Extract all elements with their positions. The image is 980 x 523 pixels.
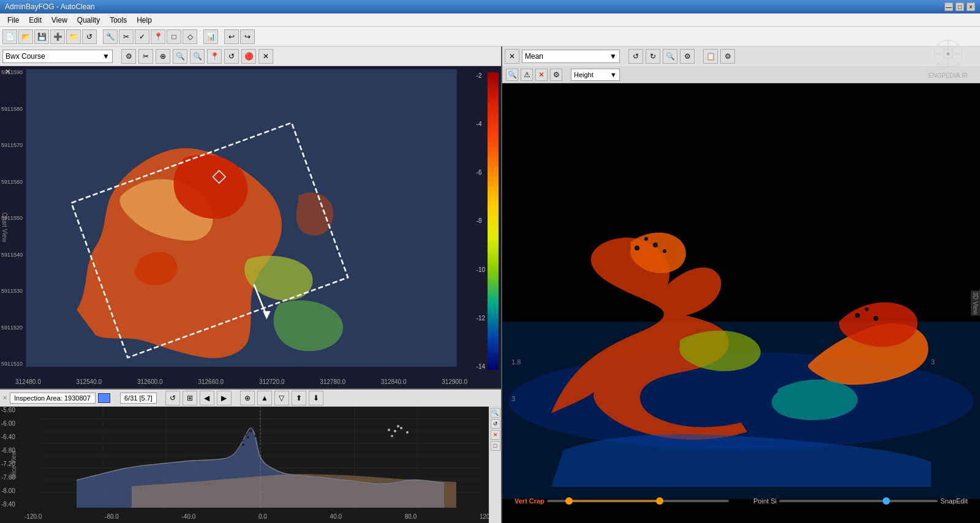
slice-btn-1[interactable]: ↺ bbox=[165, 391, 180, 405]
close-button[interactable]: × bbox=[967, 2, 975, 11]
rst-btn-2[interactable]: ⚠ bbox=[521, 69, 533, 81]
point-size-slider[interactable]: Point Si SnapEdit bbox=[753, 497, 968, 505]
left-tool6[interactable]: 📍 bbox=[207, 49, 222, 64]
colorscale-title: Mean bbox=[501, 221, 502, 236]
menu-tools[interactable]: Tools bbox=[105, 15, 132, 26]
map-view[interactable]: Chart View bbox=[0, 66, 501, 388]
height-dropdown[interactable]: Height ▼ bbox=[571, 69, 620, 81]
slice-btn-2[interactable]: ⊞ bbox=[183, 391, 197, 405]
title-bar: AdminBayFOG - AutoClean — □ × bbox=[0, 0, 980, 13]
rt-btn-6[interactable]: ⚙ bbox=[720, 49, 735, 64]
sx-4: 40.0 bbox=[330, 513, 342, 520]
left-tool8[interactable]: 🔴 bbox=[241, 49, 256, 64]
svg-point-52 bbox=[873, 316, 878, 321]
save-button[interactable]: 💾 bbox=[34, 29, 49, 44]
rt-btn-1[interactable]: ↺ bbox=[628, 49, 643, 64]
rst-btn-1[interactable]: 🔍 bbox=[506, 69, 518, 81]
slice-btn-5[interactable]: ⊕ bbox=[240, 391, 255, 405]
cs-label-0: -2 bbox=[477, 72, 485, 79]
slice-btn-9[interactable]: ⬇ bbox=[309, 391, 323, 405]
map-canvas[interactable] bbox=[15, 69, 467, 367]
menu-edit[interactable]: Edit bbox=[24, 15, 47, 26]
svg-text:3: 3 bbox=[511, 395, 515, 402]
slice-x-axis: -120.0 -80.0 -40.0 0.0 40.0 80.0 120.0 bbox=[24, 513, 495, 520]
rst-btn-3[interactable]: ✕ bbox=[535, 69, 548, 81]
x-label-6: 312840.0 bbox=[381, 378, 407, 385]
maximize-button[interactable]: □ bbox=[956, 2, 964, 11]
slice-svg bbox=[26, 407, 495, 508]
mean-dropdown[interactable]: Mean ▼ bbox=[522, 50, 620, 63]
slice-rt-3[interactable]: ✕ bbox=[491, 430, 500, 440]
right-panel: ✕ Mean ▼ ↺ ↻ 🔍 ⚙ 📋 ⚙ bbox=[502, 47, 980, 523]
point-size-track[interactable] bbox=[779, 500, 938, 502]
rt-close[interactable]: ✕ bbox=[505, 49, 519, 64]
tool1-button[interactable]: 🔧 bbox=[103, 29, 118, 44]
tool2-button[interactable]: ✂ bbox=[119, 29, 134, 44]
slice-btn-7[interactable]: ▽ bbox=[274, 391, 289, 405]
height-value: Height bbox=[574, 71, 594, 78]
point-size-label: Point Si bbox=[753, 497, 777, 505]
undo-button[interactable]: ↩ bbox=[224, 29, 239, 44]
svg-point-48 bbox=[653, 243, 658, 247]
tool5-button[interactable]: □ bbox=[167, 29, 181, 44]
sx-5: 80.0 bbox=[405, 513, 417, 520]
cs-label-4: -10 bbox=[477, 266, 485, 273]
snap-edit-label[interactable]: SnapEdit bbox=[940, 497, 968, 505]
slice-color-indicator bbox=[98, 393, 110, 403]
rt-btn-2[interactable]: ↻ bbox=[646, 49, 660, 64]
chart-button[interactable]: 📊 bbox=[203, 29, 218, 44]
window-controls[interactable]: — □ × bbox=[944, 2, 975, 11]
slice-rt-1[interactable]: 🔍 bbox=[491, 408, 500, 418]
slice-btn-6[interactable]: ▲ bbox=[257, 391, 272, 405]
add-button[interactable]: ➕ bbox=[50, 29, 65, 44]
folder-button[interactable]: 📁 bbox=[66, 29, 81, 44]
svg-point-30 bbox=[391, 435, 393, 437]
tool6-button[interactable]: ◇ bbox=[183, 29, 197, 44]
x-label-1: 312540.0 bbox=[76, 378, 102, 385]
slice-btn-3[interactable]: ◀ bbox=[200, 391, 214, 405]
rt-btn-3[interactable]: 🔍 bbox=[663, 49, 677, 64]
course-dropdown-arrow: ▼ bbox=[102, 52, 110, 61]
slice-rt-4[interactable]: □ bbox=[491, 441, 500, 451]
left-tool2[interactable]: ✂ bbox=[138, 49, 153, 64]
rt-btn-4[interactable]: ⚙ bbox=[680, 49, 695, 64]
slice-chart[interactable]: -5.60 -6.00 -6.40 -6.80 -7.20 -7.60 -8.0… bbox=[0, 407, 501, 523]
app-title: AdminBayFOG - AutoClean bbox=[5, 2, 95, 11]
rst-btn-4[interactable]: ⚙ bbox=[550, 69, 562, 81]
colorscale-labels: -2 -4 -6 -8 -10 -12 -14 bbox=[477, 72, 485, 370]
tool4-button[interactable]: 📍 bbox=[151, 29, 165, 44]
menu-file[interactable]: File bbox=[2, 15, 24, 26]
svg-line-42 bbox=[938, 58, 945, 64]
svg-point-22 bbox=[250, 430, 252, 432]
new-button[interactable]: 📄 bbox=[2, 29, 17, 44]
vert-crop-track[interactable] bbox=[547, 500, 729, 502]
3d-view[interactable]: 1.8 3 3 3D View Vert Crap bbox=[502, 83, 980, 523]
rt-btn-5[interactable]: 📋 bbox=[703, 49, 718, 64]
course-dropdown[interactable]: Bwx Course ▼ bbox=[2, 50, 113, 63]
vert-crop-slider[interactable]: Vert Crap bbox=[514, 497, 729, 505]
menu-help[interactable]: Help bbox=[132, 15, 157, 26]
menu-bar: File Edit View Quality Tools Help bbox=[0, 13, 980, 27]
left-tool7[interactable]: ↺ bbox=[224, 49, 239, 64]
slice-view-close[interactable]: ✕ bbox=[2, 394, 7, 401]
menu-view[interactable]: View bbox=[47, 15, 72, 26]
slice-rt-2[interactable]: ↺ bbox=[491, 419, 500, 429]
map-close-button[interactable]: ✕ bbox=[5, 67, 11, 76]
left-tool5[interactable]: 🔍 bbox=[190, 49, 205, 64]
vert-crop-thumb-right[interactable] bbox=[656, 497, 663, 505]
left-tool1[interactable]: ⚙ bbox=[121, 49, 136, 64]
tool3-button[interactable]: ✓ bbox=[135, 29, 149, 44]
vert-crop-range bbox=[565, 500, 657, 502]
refresh-button[interactable]: ↺ bbox=[82, 29, 97, 44]
left-tool3[interactable]: ⊕ bbox=[156, 49, 170, 64]
open-button[interactable]: 📂 bbox=[18, 29, 33, 44]
left-tool4[interactable]: 🔍 bbox=[173, 49, 187, 64]
point-size-thumb[interactable] bbox=[883, 497, 890, 505]
y-label-3: 5911560 bbox=[1, 179, 23, 185]
minimize-button[interactable]: — bbox=[944, 2, 953, 11]
slice-btn-8[interactable]: ⬆ bbox=[292, 391, 306, 405]
redo-button[interactable]: ↪ bbox=[240, 29, 255, 44]
slice-btn-4[interactable]: ▶ bbox=[217, 391, 232, 405]
menu-quality[interactable]: Quality bbox=[72, 15, 105, 26]
left-tool9[interactable]: ✕ bbox=[258, 49, 273, 64]
